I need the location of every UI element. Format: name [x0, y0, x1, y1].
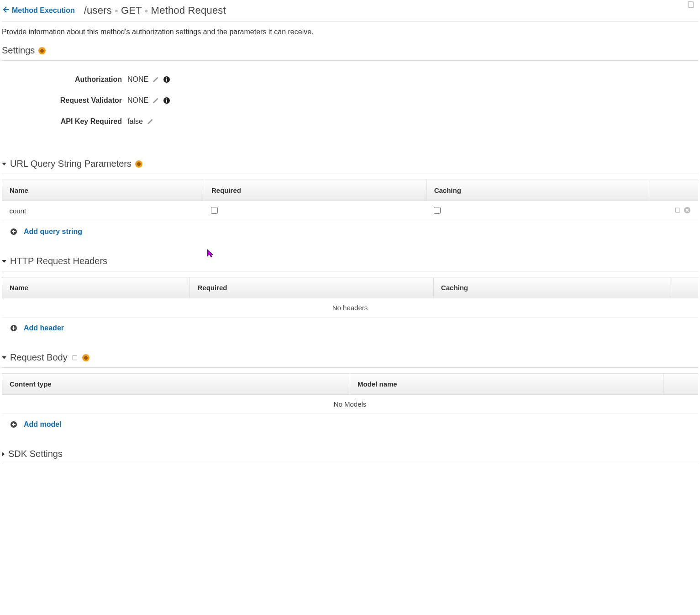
- documentation-icon[interactable]: [686, 0, 695, 9]
- section-heading-http-headers[interactable]: HTTP Request Headers: [2, 251, 698, 271]
- settings-value: NONE: [127, 96, 148, 105]
- settings-row-request-validator: Request Validator NONE: [2, 90, 698, 111]
- svg-rect-1: [166, 79, 167, 82]
- svg-rect-4: [166, 100, 167, 103]
- settings-key: Request Validator: [2, 96, 127, 105]
- caret-down-icon[interactable]: [2, 163, 6, 165]
- badge-dot-icon: [82, 354, 89, 361]
- empty-row: No Models: [2, 395, 698, 414]
- add-model-row: Add model: [2, 414, 698, 431]
- section-heading-http-headers-label: HTTP Request Headers: [10, 256, 107, 266]
- add-model-link[interactable]: Add model: [24, 420, 62, 429]
- required-checkbox[interactable]: [211, 207, 218, 214]
- col-required: Required: [204, 180, 426, 201]
- col-content-type: Content type: [2, 374, 350, 395]
- caret-down-icon[interactable]: [2, 356, 6, 359]
- arrow-left-icon: [2, 6, 9, 15]
- section-http-headers: HTTP Request Headers Name Required Cachi…: [2, 251, 698, 335]
- add-header-link[interactable]: Add header: [24, 324, 64, 332]
- badge-dot-icon: [38, 47, 46, 54]
- query-params-table: Name Required Caching count: [2, 180, 698, 221]
- info-icon[interactable]: [163, 76, 170, 83]
- add-query-string-row: Add query string: [2, 221, 698, 239]
- section-query-params: URL Query String Parameters Name Require…: [2, 154, 698, 239]
- caching-checkbox[interactable]: [434, 207, 441, 214]
- settings-block: Authorization NONE Request Validator NON…: [2, 61, 698, 141]
- caret-right-icon[interactable]: [2, 452, 5, 456]
- section-heading-sdk-settings-label: SDK Settings: [8, 449, 63, 459]
- empty-text: No headers: [2, 298, 698, 318]
- table-row: count: [2, 201, 698, 221]
- section-heading-request-body[interactable]: Request Body: [2, 348, 698, 368]
- col-caching: Caching: [433, 277, 670, 298]
- svg-rect-2: [166, 78, 167, 79]
- cell-name: count: [2, 201, 204, 221]
- settings-value: NONE: [127, 75, 148, 84]
- plus-circle-icon[interactable]: [10, 324, 17, 332]
- cell-caching: [426, 201, 649, 221]
- plus-circle-icon[interactable]: [10, 421, 17, 428]
- col-name: Name: [2, 277, 190, 298]
- page-description: Provide information about this method's …: [2, 21, 698, 41]
- settings-row-api-key-required: API Key Required false: [2, 111, 698, 132]
- settings-row-authorization: Authorization NONE: [2, 69, 698, 90]
- col-name: Name: [2, 180, 204, 201]
- settings-value: false: [127, 117, 143, 126]
- svg-rect-5: [166, 99, 167, 100]
- settings-key: API Key Required: [2, 117, 127, 126]
- col-actions: [649, 180, 698, 201]
- caret-down-icon[interactable]: [2, 260, 6, 263]
- page-title: /users - GET - Method Request: [84, 5, 226, 16]
- documentation-icon[interactable]: [674, 207, 681, 214]
- header-bar: Method Execution /users - GET - Method R…: [2, 1, 698, 21]
- col-actions: [670, 277, 698, 298]
- badge-dot-icon: [135, 160, 142, 168]
- col-required: Required: [190, 277, 433, 298]
- pencil-icon[interactable]: [147, 118, 154, 125]
- delete-icon[interactable]: [684, 207, 691, 214]
- col-actions: [663, 374, 698, 395]
- plus-circle-icon[interactable]: [10, 228, 17, 235]
- cell-required: [204, 201, 426, 221]
- section-sdk-settings: SDK Settings: [2, 444, 698, 464]
- section-heading-query-params-label: URL Query String Parameters: [10, 159, 132, 169]
- section-heading-settings: Settings: [2, 41, 698, 61]
- section-heading-query-params[interactable]: URL Query String Parameters: [2, 154, 698, 174]
- add-header-row: Add header: [2, 318, 698, 335]
- col-caching: Caching: [426, 180, 649, 201]
- info-icon[interactable]: [163, 97, 170, 104]
- headers-table: Name Required Caching No headers: [2, 277, 698, 318]
- empty-row: No headers: [2, 298, 698, 318]
- section-heading-request-body-label: Request Body: [10, 352, 68, 363]
- back-link[interactable]: Method Execution: [2, 6, 75, 15]
- back-link-label: Method Execution: [12, 6, 75, 15]
- body-table: Content type Model name No Models: [2, 373, 698, 414]
- col-model-name: Model name: [350, 374, 663, 395]
- pencil-icon[interactable]: [152, 97, 159, 104]
- pencil-icon[interactable]: [152, 76, 159, 83]
- section-heading-sdk-settings[interactable]: SDK Settings: [2, 444, 698, 464]
- settings-key: Authorization: [2, 75, 127, 84]
- documentation-icon[interactable]: [71, 354, 79, 361]
- section-heading-settings-label: Settings: [2, 45, 35, 56]
- empty-text: No Models: [2, 395, 698, 414]
- add-query-string-link[interactable]: Add query string: [24, 228, 82, 236]
- section-request-body: Request Body Content type Model name No …: [2, 348, 698, 431]
